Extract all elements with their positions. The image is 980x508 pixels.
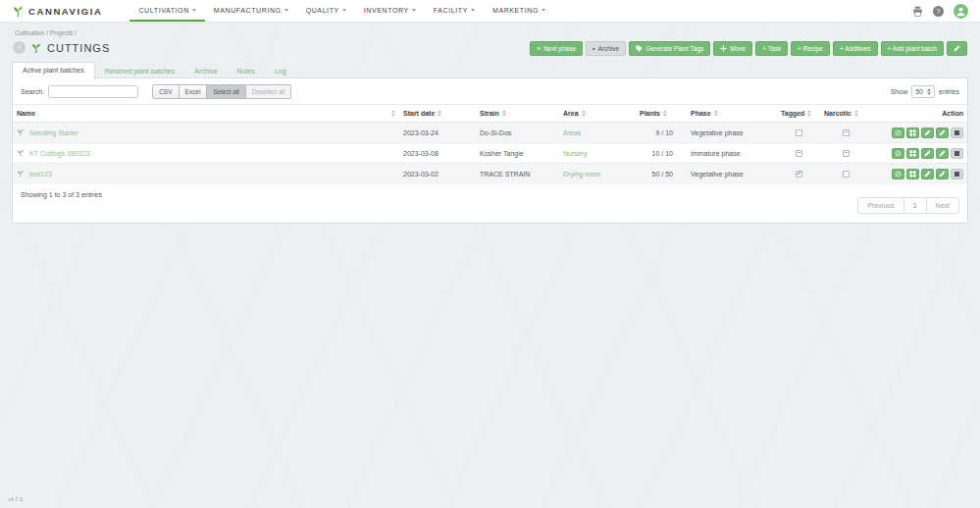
chevron-down-icon <box>192 9 196 12</box>
user-avatar[interactable] <box>954 4 968 19</box>
spinner-icon <box>927 88 931 95</box>
nav-item-facility[interactable]: FACILITY <box>425 0 484 22</box>
edit-button[interactable] <box>947 41 967 56</box>
grid-icon[interactable] <box>906 169 919 179</box>
batch-name-link[interactable]: KT Cuttings 080323 <box>29 150 90 157</box>
chevron-down-icon <box>284 9 288 12</box>
next-phase-button[interactable]: » Next phase <box>530 41 583 56</box>
chevron-down-icon <box>412 9 416 12</box>
grid-icon[interactable] <box>906 127 919 138</box>
page-number-button[interactable]: 1 <box>903 197 927 214</box>
brand-logo[interactable]: CANNAVIGIA <box>12 5 102 18</box>
phase-cell: Vegetative phase <box>687 164 777 184</box>
pencil-icon[interactable] <box>921 169 934 179</box>
strain-cell: Do-Si-Dos <box>476 123 559 143</box>
tab-archive[interactable]: Archive <box>184 64 227 79</box>
top-navbar: CANNAVIGIA CULTIVATION MANUFACTURING QUA… <box>0 0 980 22</box>
square-icon[interactable] <box>951 127 963 138</box>
area-link[interactable]: Nursery <box>563 150 588 157</box>
table-row: test123 2023-03-02 TRACE STRAIN Drying r… <box>13 164 967 184</box>
plant-icon <box>30 42 42 54</box>
nav-item-cultivation[interactable]: CULTIVATION <box>129 0 204 22</box>
generate-plant-tags-button[interactable]: Generate Plant Tags <box>629 41 710 56</box>
chevron-down-icon <box>342 9 346 12</box>
batch-name-link[interactable]: Seedling Starter <box>29 129 78 136</box>
sprout-icon <box>17 128 25 136</box>
csv-button[interactable]: CSV <box>152 84 179 99</box>
column-header-plants[interactable]: Plants <box>636 105 687 123</box>
column-header-start-date[interactable]: Start date <box>399 105 476 123</box>
entries-label: entries <box>939 88 959 95</box>
batch-name-link[interactable]: test123 <box>29 171 52 178</box>
column-header-phase[interactable]: Phase <box>687 105 777 123</box>
page-length-select[interactable]: 50 <box>911 85 935 98</box>
help-icon[interactable]: ? <box>933 6 944 17</box>
table-row: KT Cuttings 080323 2023-03-08 Kosher Tan… <box>13 143 967 164</box>
tab-notes[interactable]: Notes <box>228 64 265 79</box>
column-header-action: Action <box>871 105 967 123</box>
select-all-button[interactable]: Select all <box>206 84 245 99</box>
tagged-checkbox[interactable] <box>796 150 802 157</box>
print-icon[interactable] <box>912 6 923 17</box>
nav-item-manufacturing[interactable]: MANUFACTURING <box>205 0 297 22</box>
narcotic-checkbox[interactable] <box>843 150 850 157</box>
move-button[interactable]: Move <box>713 41 752 56</box>
excel-button[interactable]: Excel <box>179 84 208 99</box>
nav-item-quality[interactable]: QUALITY <box>297 0 355 22</box>
table-controls: Search: CSV Excel Select all Deselect al… <box>13 78 967 104</box>
narcotic-checkbox[interactable] <box>843 171 850 178</box>
archive-icon: ▪ <box>593 45 594 52</box>
tab-log[interactable]: Log <box>265 64 296 79</box>
table-footer: Showing 1 to 3 of 3 entries Previous 1 N… <box>13 184 967 214</box>
plants-cell: 10 / 10 <box>636 143 687 164</box>
pagination: Previous 1 Next <box>857 197 959 214</box>
square-icon[interactable] <box>951 169 963 179</box>
nav-item-inventory[interactable]: INVENTORY <box>355 0 425 22</box>
breadcrumb[interactable]: Cultivation / Projects / <box>15 29 77 36</box>
tab-retained-plant-batches[interactable]: Retained plant batches <box>95 64 185 79</box>
grid-icon[interactable] <box>906 148 919 159</box>
sort-icon <box>854 110 858 117</box>
deselect-all-button[interactable]: Deselect all <box>245 84 292 99</box>
area-link[interactable]: Areas <box>563 129 581 136</box>
page-title: CUTTINGS <box>47 42 110 54</box>
archive-button[interactable]: ▪ Archive <box>586 41 626 56</box>
sign-circle-icon[interactable] <box>892 127 904 138</box>
tagged-checkbox[interactable] <box>796 171 802 178</box>
plants-cell: 9 / 10 <box>636 123 687 143</box>
sprout-icon <box>17 149 25 157</box>
sort-icon <box>807 110 811 117</box>
column-header-area[interactable]: Area <box>559 105 636 123</box>
column-header-name[interactable]: Name <box>13 105 399 123</box>
nav-item-marketing[interactable]: MARKETING <box>484 0 554 22</box>
square-icon[interactable] <box>951 148 963 159</box>
sign-circle-icon[interactable] <box>892 169 904 179</box>
narcotic-checkbox[interactable] <box>843 129 850 136</box>
pencil-icon[interactable] <box>936 127 949 138</box>
column-header-narcotic[interactable]: Narcotic <box>820 105 871 123</box>
version-text: v4.7.3 <box>8 496 23 502</box>
page-header: ‹ CUTTINGS <box>13 41 110 54</box>
start-date-cell: 2023-03-02 <box>399 164 476 184</box>
pencil-icon[interactable] <box>921 148 934 159</box>
pencil-icon[interactable] <box>936 148 949 159</box>
column-header-strain[interactable]: Strain <box>476 105 559 123</box>
sign-circle-icon[interactable] <box>892 148 904 159</box>
column-header-tagged[interactable]: Tagged <box>777 105 820 123</box>
tab-active-plant-batches[interactable]: Active plant batches <box>12 62 95 79</box>
chevron-down-icon <box>542 9 545 12</box>
chevron-down-icon <box>471 9 475 12</box>
add-recipe-button[interactable]: + Recipe <box>791 41 830 56</box>
next-page-button[interactable]: Next <box>926 197 959 214</box>
plants-cell: 50 / 50 <box>636 164 687 184</box>
pencil-icon[interactable] <box>936 169 949 179</box>
previous-page-button[interactable]: Previous <box>857 197 903 214</box>
search-input[interactable] <box>48 85 138 98</box>
pencil-icon[interactable] <box>921 127 934 138</box>
add-plant-batch-button[interactable]: + Add plant batch <box>881 41 944 56</box>
add-additives-button[interactable]: + Additives <box>833 41 878 56</box>
add-task-button[interactable]: + Task <box>755 41 788 56</box>
area-link[interactable]: Drying room <box>563 171 600 178</box>
back-button[interactable]: ‹ <box>13 41 26 54</box>
tagged-checkbox[interactable] <box>796 129 802 136</box>
